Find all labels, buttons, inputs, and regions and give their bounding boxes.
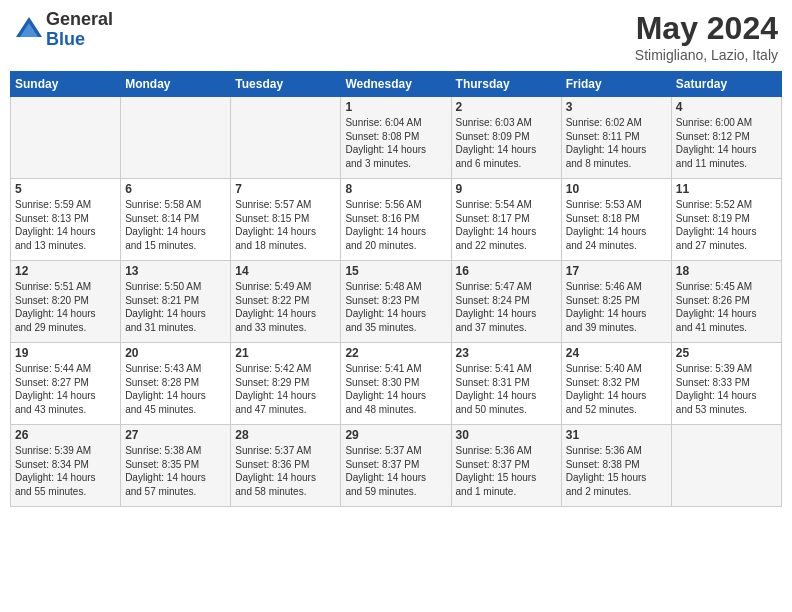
header-wednesday: Wednesday	[341, 72, 451, 97]
cell-2-0: 12Sunrise: 5:51 AM Sunset: 8:20 PM Dayli…	[11, 261, 121, 343]
week-row-4: 26Sunrise: 5:39 AM Sunset: 8:34 PM Dayli…	[11, 425, 782, 507]
logo-blue: Blue	[46, 30, 113, 50]
cell-content-24: Sunrise: 5:40 AM Sunset: 8:32 PM Dayligh…	[566, 362, 667, 416]
title-block: May 2024 Stimigliano, Lazio, Italy	[635, 10, 778, 63]
header-friday: Friday	[561, 72, 671, 97]
cell-content-28: Sunrise: 5:37 AM Sunset: 8:36 PM Dayligh…	[235, 444, 336, 498]
cell-0-1	[121, 97, 231, 179]
cell-1-4: 9Sunrise: 5:54 AM Sunset: 8:17 PM Daylig…	[451, 179, 561, 261]
month-title: May 2024	[635, 10, 778, 47]
header-row: Sunday Monday Tuesday Wednesday Thursday…	[11, 72, 782, 97]
calendar-body: 1Sunrise: 6:04 AM Sunset: 8:08 PM Daylig…	[11, 97, 782, 507]
cell-3-4: 23Sunrise: 5:41 AM Sunset: 8:31 PM Dayli…	[451, 343, 561, 425]
cell-2-6: 18Sunrise: 5:45 AM Sunset: 8:26 PM Dayli…	[671, 261, 781, 343]
cell-3-1: 20Sunrise: 5:43 AM Sunset: 8:28 PM Dayli…	[121, 343, 231, 425]
day-number-18: 18	[676, 264, 777, 278]
cell-4-6	[671, 425, 781, 507]
day-number-29: 29	[345, 428, 446, 442]
cell-content-27: Sunrise: 5:38 AM Sunset: 8:35 PM Dayligh…	[125, 444, 226, 498]
cell-0-3: 1Sunrise: 6:04 AM Sunset: 8:08 PM Daylig…	[341, 97, 451, 179]
cell-0-5: 3Sunrise: 6:02 AM Sunset: 8:11 PM Daylig…	[561, 97, 671, 179]
day-number-10: 10	[566, 182, 667, 196]
cell-content-18: Sunrise: 5:45 AM Sunset: 8:26 PM Dayligh…	[676, 280, 777, 334]
day-number-14: 14	[235, 264, 336, 278]
day-number-30: 30	[456, 428, 557, 442]
cell-content-29: Sunrise: 5:37 AM Sunset: 8:37 PM Dayligh…	[345, 444, 446, 498]
cell-content-3: Sunrise: 6:02 AM Sunset: 8:11 PM Dayligh…	[566, 116, 667, 170]
cell-content-23: Sunrise: 5:41 AM Sunset: 8:31 PM Dayligh…	[456, 362, 557, 416]
day-number-25: 25	[676, 346, 777, 360]
page-header: General Blue May 2024 Stimigliano, Lazio…	[10, 10, 782, 63]
cell-content-22: Sunrise: 5:41 AM Sunset: 8:30 PM Dayligh…	[345, 362, 446, 416]
cell-1-0: 5Sunrise: 5:59 AM Sunset: 8:13 PM Daylig…	[11, 179, 121, 261]
cell-4-2: 28Sunrise: 5:37 AM Sunset: 8:36 PM Dayli…	[231, 425, 341, 507]
day-number-13: 13	[125, 264, 226, 278]
day-number-1: 1	[345, 100, 446, 114]
day-number-15: 15	[345, 264, 446, 278]
header-sunday: Sunday	[11, 72, 121, 97]
cell-content-8: Sunrise: 5:56 AM Sunset: 8:16 PM Dayligh…	[345, 198, 446, 252]
day-number-7: 7	[235, 182, 336, 196]
header-thursday: Thursday	[451, 72, 561, 97]
cell-3-6: 25Sunrise: 5:39 AM Sunset: 8:33 PM Dayli…	[671, 343, 781, 425]
day-number-3: 3	[566, 100, 667, 114]
day-number-17: 17	[566, 264, 667, 278]
logo-icon	[14, 15, 44, 45]
cell-content-25: Sunrise: 5:39 AM Sunset: 8:33 PM Dayligh…	[676, 362, 777, 416]
cell-2-5: 17Sunrise: 5:46 AM Sunset: 8:25 PM Dayli…	[561, 261, 671, 343]
cell-3-2: 21Sunrise: 5:42 AM Sunset: 8:29 PM Dayli…	[231, 343, 341, 425]
cell-content-19: Sunrise: 5:44 AM Sunset: 8:27 PM Dayligh…	[15, 362, 116, 416]
day-number-23: 23	[456, 346, 557, 360]
cell-content-31: Sunrise: 5:36 AM Sunset: 8:38 PM Dayligh…	[566, 444, 667, 498]
day-number-4: 4	[676, 100, 777, 114]
cell-4-5: 31Sunrise: 5:36 AM Sunset: 8:38 PM Dayli…	[561, 425, 671, 507]
day-number-8: 8	[345, 182, 446, 196]
day-number-5: 5	[15, 182, 116, 196]
day-number-9: 9	[456, 182, 557, 196]
day-number-11: 11	[676, 182, 777, 196]
header-saturday: Saturday	[671, 72, 781, 97]
cell-3-5: 24Sunrise: 5:40 AM Sunset: 8:32 PM Dayli…	[561, 343, 671, 425]
week-row-0: 1Sunrise: 6:04 AM Sunset: 8:08 PM Daylig…	[11, 97, 782, 179]
cell-content-10: Sunrise: 5:53 AM Sunset: 8:18 PM Dayligh…	[566, 198, 667, 252]
logo-general: General	[46, 10, 113, 30]
cell-content-17: Sunrise: 5:46 AM Sunset: 8:25 PM Dayligh…	[566, 280, 667, 334]
day-number-26: 26	[15, 428, 116, 442]
location: Stimigliano, Lazio, Italy	[635, 47, 778, 63]
cell-content-20: Sunrise: 5:43 AM Sunset: 8:28 PM Dayligh…	[125, 362, 226, 416]
cell-1-6: 11Sunrise: 5:52 AM Sunset: 8:19 PM Dayli…	[671, 179, 781, 261]
cell-4-4: 30Sunrise: 5:36 AM Sunset: 8:37 PM Dayli…	[451, 425, 561, 507]
day-number-2: 2	[456, 100, 557, 114]
week-row-3: 19Sunrise: 5:44 AM Sunset: 8:27 PM Dayli…	[11, 343, 782, 425]
cell-content-30: Sunrise: 5:36 AM Sunset: 8:37 PM Dayligh…	[456, 444, 557, 498]
cell-2-4: 16Sunrise: 5:47 AM Sunset: 8:24 PM Dayli…	[451, 261, 561, 343]
cell-content-5: Sunrise: 5:59 AM Sunset: 8:13 PM Dayligh…	[15, 198, 116, 252]
cell-content-15: Sunrise: 5:48 AM Sunset: 8:23 PM Dayligh…	[345, 280, 446, 334]
week-row-1: 5Sunrise: 5:59 AM Sunset: 8:13 PM Daylig…	[11, 179, 782, 261]
cell-2-3: 15Sunrise: 5:48 AM Sunset: 8:23 PM Dayli…	[341, 261, 451, 343]
cell-content-7: Sunrise: 5:57 AM Sunset: 8:15 PM Dayligh…	[235, 198, 336, 252]
cell-1-1: 6Sunrise: 5:58 AM Sunset: 8:14 PM Daylig…	[121, 179, 231, 261]
cell-content-14: Sunrise: 5:49 AM Sunset: 8:22 PM Dayligh…	[235, 280, 336, 334]
cell-0-2	[231, 97, 341, 179]
cell-content-26: Sunrise: 5:39 AM Sunset: 8:34 PM Dayligh…	[15, 444, 116, 498]
cell-content-4: Sunrise: 6:00 AM Sunset: 8:12 PM Dayligh…	[676, 116, 777, 170]
cell-0-4: 2Sunrise: 6:03 AM Sunset: 8:09 PM Daylig…	[451, 97, 561, 179]
cell-4-3: 29Sunrise: 5:37 AM Sunset: 8:37 PM Dayli…	[341, 425, 451, 507]
logo: General Blue	[14, 10, 113, 50]
day-number-16: 16	[456, 264, 557, 278]
day-number-24: 24	[566, 346, 667, 360]
day-number-6: 6	[125, 182, 226, 196]
cell-content-6: Sunrise: 5:58 AM Sunset: 8:14 PM Dayligh…	[125, 198, 226, 252]
cell-3-3: 22Sunrise: 5:41 AM Sunset: 8:30 PM Dayli…	[341, 343, 451, 425]
cell-content-9: Sunrise: 5:54 AM Sunset: 8:17 PM Dayligh…	[456, 198, 557, 252]
cell-content-16: Sunrise: 5:47 AM Sunset: 8:24 PM Dayligh…	[456, 280, 557, 334]
cell-0-0	[11, 97, 121, 179]
cell-4-0: 26Sunrise: 5:39 AM Sunset: 8:34 PM Dayli…	[11, 425, 121, 507]
cell-4-1: 27Sunrise: 5:38 AM Sunset: 8:35 PM Dayli…	[121, 425, 231, 507]
logo-text: General Blue	[46, 10, 113, 50]
cell-content-2: Sunrise: 6:03 AM Sunset: 8:09 PM Dayligh…	[456, 116, 557, 170]
cell-content-13: Sunrise: 5:50 AM Sunset: 8:21 PM Dayligh…	[125, 280, 226, 334]
cell-content-11: Sunrise: 5:52 AM Sunset: 8:19 PM Dayligh…	[676, 198, 777, 252]
day-number-21: 21	[235, 346, 336, 360]
